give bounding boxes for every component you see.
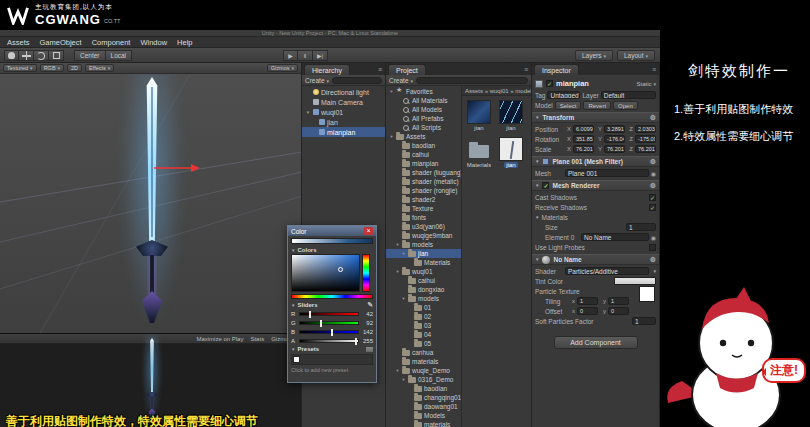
slider-handle[interactable]: [331, 329, 333, 336]
value-field-y[interactable]: 3.28913: [604, 125, 625, 133]
preset-swatch[interactable]: [293, 356, 300, 363]
tree-item[interactable]: Materials: [386, 258, 461, 267]
light-probes-checkbox[interactable]: [649, 244, 656, 251]
menu-item[interactable]: Component: [87, 38, 136, 47]
tree-item[interactable]: ▼ jian: [386, 249, 461, 258]
tree-item[interactable]: 01: [386, 303, 461, 312]
tree-item[interactable]: ▼ 0316_Demo: [386, 375, 461, 384]
element0-field[interactable]: No Name: [581, 233, 649, 241]
expand-arrow-icon[interactable]: ▼: [395, 368, 400, 373]
tree-item[interactable]: caihui: [386, 276, 461, 285]
saturation-value-picker[interactable]: [291, 254, 360, 292]
tree-item[interactable]: 02: [386, 312, 461, 321]
slider-handle[interactable]: [355, 338, 357, 345]
preset-area[interactable]: [291, 354, 373, 365]
receive-shadows-checkbox[interactable]: ✓: [649, 204, 656, 211]
foldout-arrow-icon[interactable]: ▼: [291, 347, 295, 352]
search-input[interactable]: [332, 77, 382, 84]
tree-item[interactable]: 03: [386, 321, 461, 330]
create-dropdown[interactable]: Create▾: [305, 77, 329, 84]
foldout-arrow-icon[interactable]: ▼: [535, 159, 539, 164]
tool-button[interactable]: [4, 50, 19, 61]
scene-view[interactable]: Textured▾ RGB▾ 2D Effects▾ Gizmos▾: [0, 63, 302, 333]
tiling-y-field[interactable]: 1: [608, 297, 629, 305]
tree-item[interactable]: shader2: [386, 195, 461, 204]
channel-value[interactable]: 92: [361, 320, 373, 326]
play-button[interactable]: ▶: [283, 50, 298, 61]
hierarchy-item[interactable]: jian: [302, 117, 385, 127]
move-gizmo-x-axis[interactable]: [154, 163, 200, 173]
mesh-filter-header[interactable]: ▼ Plane 001 (Mesh Filter) ⚙: [532, 156, 659, 167]
tab-inspector[interactable]: Inspector: [534, 64, 579, 75]
gear-icon[interactable]: ⚙: [650, 256, 656, 264]
color-picker-titlebar[interactable]: Color ×: [288, 226, 376, 236]
texture-thumbnail[interactable]: [639, 286, 655, 302]
panel-menu-icon[interactable]: ≡: [524, 64, 528, 75]
menu-item[interactable]: Assets: [2, 38, 35, 47]
tree-item[interactable]: ▼ wuqi01: [386, 267, 461, 276]
space-local-button[interactable]: Local: [106, 50, 133, 61]
panel-menu-icon[interactable]: ≡: [378, 64, 382, 75]
menu-item[interactable]: GameObject: [35, 38, 87, 47]
tool-button[interactable]: [49, 50, 64, 61]
tree-item[interactable]: ▼ models: [386, 294, 461, 303]
spectrum-bar[interactable]: [291, 294, 373, 299]
tree-item[interactable]: ▼ Favorites: [386, 87, 461, 96]
tab-hierarchy[interactable]: Hierarchy: [304, 64, 350, 75]
value-field-x[interactable]: 6.00997: [573, 125, 594, 133]
tree-item[interactable]: mianpian: [386, 159, 461, 168]
hierarchy-item[interactable]: ▼ wuqi01: [302, 107, 385, 117]
menu-item[interactable]: Help: [172, 38, 197, 47]
value-field-z[interactable]: 2.03038: [635, 125, 656, 133]
channel-value[interactable]: 142: [361, 329, 373, 335]
tree-item[interactable]: ▼ wuqie_Demo: [386, 366, 461, 375]
mesh-renderer-header[interactable]: ▼ ✓ Mesh Renderer ⚙: [532, 180, 659, 191]
hierarchy-item[interactable]: mianpian: [302, 127, 385, 137]
foldout-arrow-icon[interactable]: ▼: [291, 303, 295, 308]
tiling-x-field[interactable]: 1: [577, 297, 598, 305]
foldout-arrow-icon[interactable]: ▼: [535, 183, 539, 188]
expand-arrow-icon[interactable]: ▼: [389, 89, 394, 94]
offset-x-field[interactable]: 0: [577, 307, 598, 315]
sword-model[interactable]: [128, 77, 176, 327]
channel-slider[interactable]: [299, 312, 359, 316]
asset-tile[interactable]: jian: [498, 100, 524, 131]
expand-arrow-icon[interactable]: ▼: [395, 269, 400, 274]
select-button[interactable]: Select: [555, 101, 582, 110]
tree-item[interactable]: daowang01: [386, 402, 461, 411]
sliders-section-header[interactable]: ▼ Sliders ✎: [288, 301, 376, 309]
expand-arrow-icon[interactable]: ▼: [389, 134, 394, 139]
asset-tile[interactable]: Materials: [466, 137, 492, 168]
value-field-x[interactable]: 351.851: [573, 135, 594, 143]
tree-item[interactable]: ▼ models: [386, 240, 461, 249]
search-input[interactable]: [416, 77, 528, 84]
tool-button[interactable]: [34, 50, 49, 61]
2d-toggle[interactable]: 2D: [67, 64, 82, 72]
pivot-center-button[interactable]: Center: [74, 50, 106, 61]
foldout-arrow-icon[interactable]: ▼: [535, 257, 539, 262]
tree-item[interactable]: All Scripts: [386, 123, 461, 132]
add-component-button[interactable]: Add Component: [554, 336, 638, 349]
channel-slider[interactable]: [299, 330, 359, 334]
tree-item[interactable]: All Models: [386, 105, 461, 114]
tree-item[interactable]: ▼ Assets: [386, 132, 461, 141]
close-icon[interactable]: ×: [364, 227, 373, 235]
asset-tile[interactable]: jian: [498, 137, 524, 168]
tree-item[interactable]: All Prefabs: [386, 114, 461, 123]
shading-dropdown[interactable]: Textured▾: [3, 64, 37, 72]
tree-item[interactable]: Models: [386, 411, 461, 420]
tree-item[interactable]: Texture: [386, 204, 461, 213]
value-field-z[interactable]: -175.093: [635, 135, 656, 143]
tool-button[interactable]: [19, 50, 34, 61]
channel-slider[interactable]: [299, 321, 359, 325]
layer-dropdown[interactable]: Default: [601, 91, 656, 99]
stats-toggle[interactable]: Stats: [250, 336, 264, 342]
expand-arrow-icon[interactable]: ▼: [401, 296, 406, 301]
transform-header[interactable]: ▼ Transform ⚙: [532, 112, 659, 123]
offset-y-field[interactable]: 0: [608, 307, 629, 315]
channel-slider[interactable]: [299, 339, 359, 343]
gear-icon[interactable]: ⚙: [650, 158, 656, 166]
value-field-z[interactable]: 76.2011: [635, 145, 656, 153]
tree-item[interactable]: All Materials: [386, 96, 461, 105]
expand-arrow-icon[interactable]: ▼: [401, 251, 406, 256]
